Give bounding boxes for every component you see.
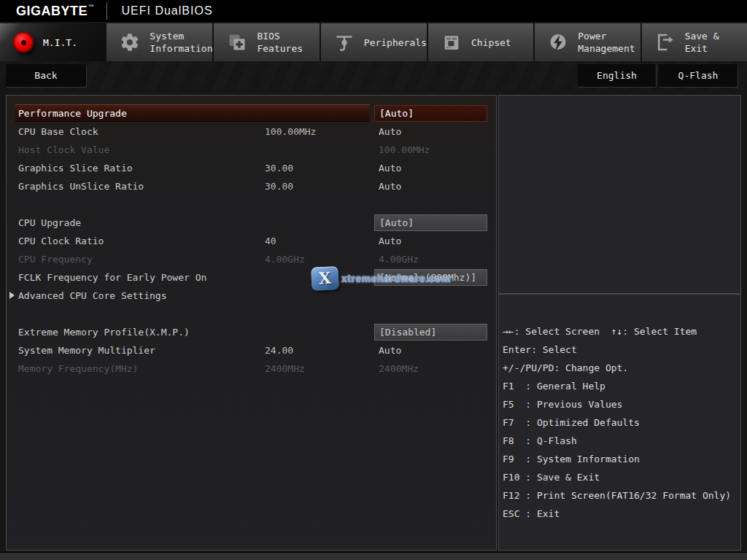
setting-current-value: 24.00 [265, 341, 293, 359]
setting-label: CPU Clock Ratio [18, 232, 104, 250]
qflash-button[interactable]: Q-Flash [659, 64, 738, 87]
setting-option-value: Auto [374, 233, 487, 249]
setting-row[interactable]: Graphics Slice Ratio30.00Auto [7, 159, 496, 177]
setting-label: CPU Frequency [18, 250, 93, 268]
tab-power-management[interactable]: Power Management [535, 23, 641, 61]
setting-row[interactable]: CPU Base Clock100.00MHzAuto [7, 122, 496, 141]
submenu-arrow-icon [9, 292, 15, 299]
back-button[interactable]: Back [6, 64, 86, 87]
setting-option-value: Auto [374, 123, 487, 140]
header-bar: GIGABYTE™ UEFI DualBIOS [0, 0, 747, 22]
help-key-line: F10 : Save & Exit [503, 468, 738, 486]
help-key-line: F1 : General Help [503, 377, 738, 395]
setting-option-box[interactable]: [Auto] [374, 214, 487, 231]
setting-label: Graphics Slice Ratio [18, 159, 133, 177]
setting-row[interactable]: CPU Clock Ratio40Auto [7, 232, 496, 250]
tab-system-information[interactable]: System Information [107, 23, 214, 61]
tab-mit[interactable]: M.I.T. [0, 23, 107, 61]
setting-row: Memory Frequency(MHz)2400MHz2400MHz [7, 359, 496, 378]
setting-option-box[interactable]: [Disabled] [374, 324, 487, 341]
language-button[interactable]: English [578, 64, 656, 87]
setting-label: Host Clock Value [18, 141, 109, 159]
setting-option-value: Auto [374, 178, 487, 195]
help-key-line: F7 : Optimized Defaults [503, 413, 738, 432]
help-key-line: ESC : Exit [503, 505, 738, 523]
bios-features-icon [226, 31, 248, 53]
setting-label: CPU Upgrade [18, 214, 81, 232]
page-title: UEFI DualBIOS [122, 4, 213, 18]
setting-option-box[interactable]: [Normal (800Mhz)] [374, 269, 487, 286]
setting-label: FCLK Frequency for Early Power On [18, 268, 206, 287]
setting-row[interactable]: Advanced CPU Core Settings [7, 287, 496, 305]
setting-option-value: 4.00GHz [374, 251, 487, 268]
setting-current-value: 2400MHz [265, 359, 305, 378]
tab-label: Power Management [578, 30, 635, 55]
trademark-symbol: ™ [88, 4, 95, 10]
settings-list: Performance Upgrade[Auto]CPU Base Clock1… [6, 95, 497, 551]
setting-label: CPU Base Clock [18, 122, 98, 141]
tab-chipset[interactable]: Chipset [428, 23, 535, 61]
tab-label: M.I.T. [43, 36, 77, 49]
toolbar: Back English Q-Flash [0, 61, 747, 90]
setting-label: Advanced CPU Core Settings [18, 287, 167, 305]
tab-label: Peripherals [364, 36, 427, 49]
help-key-line: F9 : System Information [503, 450, 738, 468]
help-key-line: →←: Select Screen ↑↓: Select Item [503, 322, 738, 341]
help-key-line: F8 : Q-Flash [503, 432, 738, 450]
power-management-icon [547, 31, 569, 53]
chipset-icon [441, 31, 462, 53]
setting-option-value: Auto [374, 342, 487, 359]
setting-row[interactable]: Extreme Memory Profile(X.M.P.)[Disabled] [7, 323, 496, 341]
setting-row: Host Clock Value100.00MHz [7, 141, 496, 159]
mit-red-dot-icon [12, 31, 34, 53]
setting-row[interactable]: CPU Upgrade[Auto] [7, 214, 496, 232]
tab-bios-features[interactable]: BIOS Features [214, 23, 320, 61]
tab-label: Chipset [471, 36, 511, 49]
system-information-icon [119, 31, 141, 53]
setting-label: System Memory Multiplier [18, 341, 155, 359]
tab-peripherals[interactable]: Peripherals [321, 23, 428, 61]
setting-row[interactable]: System Memory Multiplier24.00Auto [7, 341, 496, 359]
bios-screen: GIGABYTE™ UEFI DualBIOS M.I.T.System Inf… [0, 0, 747, 560]
key-help-box: →←: Select Screen ↑↓: Select ItemEnter: … [498, 294, 741, 551]
setting-label: Memory Frequency(MHz) [18, 359, 138, 378]
setting-current-value: 4.00GHz [265, 250, 305, 268]
header-divider [107, 2, 107, 20]
setting-label: Graphics UnSlice Ratio [18, 177, 144, 195]
tab-label: BIOS Features [257, 30, 303, 55]
setting-row: CPU Frequency4.00GHz4.00GHz [7, 250, 496, 268]
setting-option-value: 100.00MHz [374, 141, 487, 158]
gigabyte-logo: GIGABYTE™ [16, 4, 95, 19]
row-spacer [7, 195, 496, 214]
setting-row[interactable]: Performance Upgrade[Auto] [7, 104, 496, 122]
setting-current-value: 30.00 [265, 177, 293, 195]
save-exit-icon [654, 31, 676, 53]
tab-label: Save & Exit [685, 30, 747, 55]
setting-current-value: 40 [265, 232, 276, 250]
setting-current-value: 100.00MHz [265, 122, 316, 141]
row-spacer [7, 305, 496, 323]
setting-current-value: 30.00 [265, 159, 293, 177]
setting-option-value: 2400MHz [374, 360, 487, 377]
item-help-box [498, 95, 741, 294]
setting-label: Performance Upgrade [18, 104, 127, 122]
setting-row[interactable]: Graphics UnSlice Ratio30.00Auto [7, 177, 496, 195]
setting-option-value: Auto [374, 160, 487, 176]
tab-save-exit[interactable]: Save & Exit [642, 23, 747, 61]
setting-row[interactable]: FCLK Frequency for Early Power On[Normal… [7, 268, 496, 287]
bottom-strip [0, 552, 747, 560]
help-key-line: F12 : Print Screen(FAT16/32 Format Only) [503, 486, 738, 505]
setting-option-box[interactable]: [Auto] [374, 105, 487, 122]
help-key-line: Enter: Select [503, 341, 738, 359]
peripherals-icon [333, 31, 355, 53]
help-key-line: +/-/PU/PD: Change Opt. [503, 359, 738, 377]
tab-bar: M.I.T.System InformationBIOS FeaturesPer… [0, 23, 747, 61]
setting-label: Extreme Memory Profile(X.M.P.) [18, 323, 190, 341]
help-key-line: F5 : Previous Values [503, 395, 738, 413]
tab-label: System Information [150, 30, 212, 55]
